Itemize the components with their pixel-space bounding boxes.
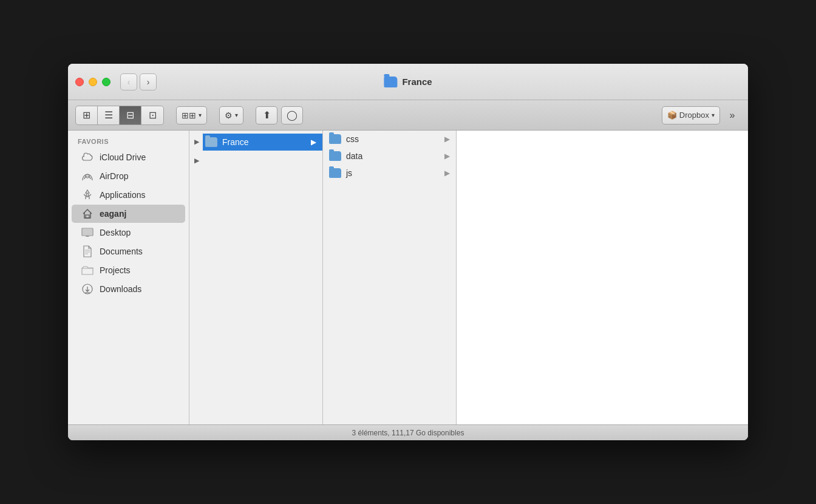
back-icon: ‹ [127, 77, 131, 87]
column-view-icon: ⊟ [126, 109, 134, 121]
js-expand-icon: ▶ [444, 169, 450, 177]
column-item-js[interactable]: js ▶ [323, 165, 456, 182]
france-folder-icon [205, 137, 217, 147]
group-chevron-icon: ▾ [199, 112, 202, 118]
traffic-lights [75, 78, 110, 86]
sidebar-item-projects[interactable]: Projects [72, 261, 185, 279]
toolbar: ⊞ ☰ ⊟ ⊡ ⊞⊞ ▾ ⚙ ▾ ⬆ ◯ [68, 100, 748, 131]
group-icon: ⊞⊞ [182, 111, 196, 120]
icloud-icon [81, 151, 93, 163]
dropbox-chevron-icon: ▾ [712, 112, 715, 118]
sidebar-item-documents[interactable]: Documents [72, 242, 185, 261]
main-content: Favoris iCloud Drive AirDrop [68, 131, 748, 424]
expand-arrow-col1: ▶ [191, 133, 203, 151]
sidebar-item-documents-label: Documents [100, 247, 143, 256]
more-icon: » [730, 110, 735, 121]
action-button[interactable]: ⚙ ▾ [219, 106, 243, 124]
projects-folder-icon [81, 264, 93, 276]
dropbox-icon: 📦 [667, 111, 677, 120]
svg-rect-2 [86, 215, 89, 218]
home-icon [81, 208, 93, 220]
window-title: France [402, 77, 432, 87]
data-folder-icon [329, 151, 341, 161]
dropbox-label: Dropbox [679, 111, 709, 120]
action-chevron-icon: ▾ [235, 112, 238, 118]
statusbar: 3 éléments, 111,17 Go disponibles [68, 424, 748, 440]
status-text: 3 éléments, 111,17 Go disponibles [352, 429, 464, 437]
column-item-france[interactable]: France ▶ [203, 134, 322, 151]
sidebar-item-icloud-label: iCloud Drive [100, 152, 146, 162]
sidebar-item-icloud[interactable]: iCloud Drive [72, 148, 185, 166]
close-button[interactable] [75, 78, 84, 86]
browser-columns: ▶ France ▶ ▶ css ▶ [189, 131, 748, 424]
css-expand-icon: ▶ [444, 135, 450, 143]
downloads-icon [81, 283, 93, 295]
svg-point-1 [86, 194, 89, 196]
data-label: data [346, 151, 362, 161]
tag-icon: ◯ [287, 109, 298, 121]
back-button[interactable]: ‹ [120, 73, 137, 90]
share-button[interactable]: ⬆ [256, 106, 277, 124]
sidebar-item-downloads-label: Downloads [100, 284, 141, 294]
france-label: France [222, 137, 249, 147]
sidebar-item-airdrop[interactable]: AirDrop [72, 167, 185, 185]
column-2: css ▶ data ▶ js ▶ [323, 131, 457, 424]
forward-icon: › [147, 77, 150, 87]
tag-button[interactable]: ◯ [281, 106, 303, 124]
column-empty-area [203, 157, 322, 165]
more-button[interactable]: » [724, 106, 741, 124]
sidebar-item-applications-label: Applications [100, 190, 146, 200]
sidebar-item-eaganj-label: eaganj [100, 209, 126, 219]
column-item-css[interactable]: css ▶ [323, 131, 456, 148]
css-label: css [346, 134, 359, 144]
data-expand-icon: ▶ [444, 152, 450, 160]
airdrop-icon [81, 170, 93, 182]
finder-window: ‹ › France ⊞ ☰ ⊟ ⊡ [68, 64, 748, 440]
sidebar-item-airdrop-label: AirDrop [100, 171, 128, 181]
documents-icon [81, 245, 93, 257]
gear-icon: ⚙ [225, 111, 233, 120]
column-view-button[interactable]: ⊟ [120, 106, 141, 124]
share-icon: ⬆ [263, 109, 271, 121]
list-view-icon: ☰ [104, 109, 113, 121]
expand-arrow-col1b: ▶ [191, 152, 203, 169]
dropbox-button[interactable]: 📦 Dropbox ▾ [662, 106, 720, 124]
sidebar-item-desktop-label: Desktop [100, 228, 131, 237]
group-by-button[interactable]: ⊞⊞ ▾ [176, 106, 207, 124]
sidebar-item-desktop[interactable]: Desktop [72, 223, 185, 242]
cover-flow-button[interactable]: ⊡ [141, 106, 163, 124]
sidebar-item-downloads[interactable]: Downloads [72, 280, 185, 298]
sidebar-item-eaganj[interactable]: eaganj [72, 205, 185, 223]
window-title-area: France [384, 77, 432, 87]
sidebar-section-favorites: Favoris [68, 135, 189, 148]
titlebar: ‹ › France [68, 64, 748, 100]
svg-rect-4 [83, 229, 92, 235]
cover-flow-icon: ⊡ [149, 109, 157, 121]
column-item-data[interactable]: data ▶ [323, 148, 456, 165]
sidebar-item-projects-label: Projects [100, 265, 131, 275]
minimize-button[interactable] [89, 78, 97, 86]
column-3 [457, 131, 748, 424]
icon-view-icon: ⊞ [83, 109, 90, 121]
maximize-button[interactable] [102, 78, 110, 86]
forward-button[interactable]: › [140, 73, 157, 90]
nav-buttons: ‹ › [120, 73, 157, 90]
css-folder-icon [329, 134, 341, 144]
applications-icon [81, 189, 93, 201]
list-view-button[interactable]: ☰ [98, 106, 120, 124]
js-folder-icon [329, 168, 341, 178]
sidebar-item-applications[interactable]: Applications [72, 186, 185, 204]
icon-view-button[interactable]: ⊞ [76, 106, 98, 124]
france-expand-icon: ▶ [311, 138, 316, 146]
js-label: js [346, 168, 352, 178]
sidebar: Favoris iCloud Drive AirDrop [68, 131, 189, 424]
view-mode-group: ⊞ ☰ ⊟ ⊡ [75, 106, 164, 125]
column-1: ▶ France ▶ ▶ [189, 131, 323, 424]
title-folder-icon [384, 77, 397, 87]
desktop-icon [81, 226, 93, 239]
